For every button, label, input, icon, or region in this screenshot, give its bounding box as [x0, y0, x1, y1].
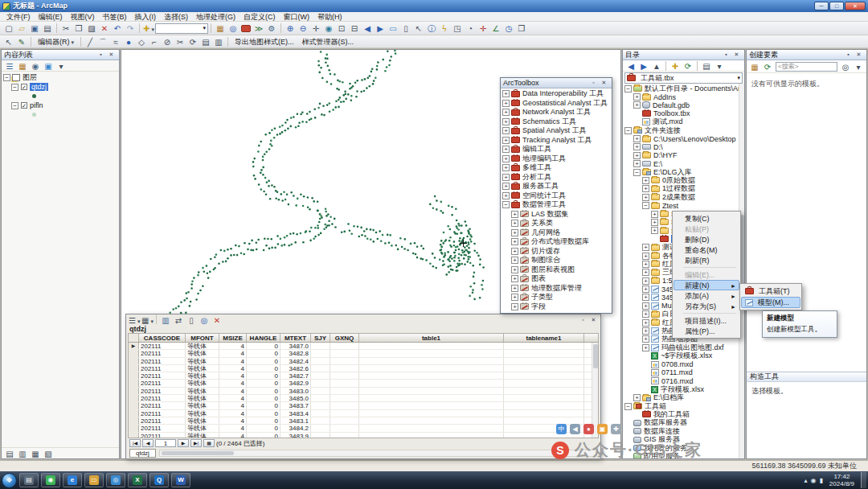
select-features-icon[interactable]: ▭ [387, 23, 399, 34]
network-icon[interactable]: ◉ [810, 477, 816, 484]
last-record-button[interactable]: ▶| [190, 439, 202, 447]
list-by-visibility-icon[interactable]: ◉ [29, 60, 42, 72]
expand-icon[interactable]: + [511, 257, 518, 264]
expand-icon[interactable]: + [642, 310, 649, 318]
row-selector[interactable] [129, 402, 139, 409]
organize-templates-icon[interactable]: ▦ [748, 61, 761, 72]
maximize-button[interactable]: □ [829, 2, 844, 10]
table-cell[interactable] [330, 358, 359, 364]
expand-icon[interactable]: + [642, 327, 649, 335]
table-cell[interactable]: 等线体 [186, 343, 219, 349]
add-data-icon[interactable]: ✚▾ [142, 23, 155, 34]
table-cell[interactable] [359, 365, 504, 372]
expand-icon[interactable]: + [642, 294, 649, 301]
column-header[interactable]: MSIZE [219, 334, 247, 342]
table-cell[interactable]: 等线体 [186, 372, 219, 379]
expand-icon[interactable]: + [633, 152, 641, 159]
table-cell[interactable]: 3482.7 [280, 372, 311, 379]
table-cell[interactable] [504, 358, 584, 364]
sketch-properties-icon[interactable]: ▥ [212, 36, 225, 47]
pin-icon[interactable]: ▪ [721, 51, 731, 59]
collapse-icon[interactable]: − [624, 403, 632, 410]
show-desktop-button[interactable] [861, 472, 866, 488]
table-cell[interactable] [311, 350, 330, 356]
table-cell[interactable]: 等线体 [186, 395, 219, 401]
table-row[interactable]: 202111等线体403483.9 [129, 433, 598, 438]
menu-item[interactable]: 选择(S) [160, 12, 192, 22]
edit-arrow-icon[interactable]: ↖ [2, 36, 15, 47]
expand-icon[interactable]: + [642, 244, 649, 251]
next-record-button[interactable]: ▶ [178, 439, 189, 447]
column-header[interactable]: SJY [311, 334, 330, 342]
table-cell[interactable] [504, 380, 584, 386]
tree-item[interactable]: +图层和表视图 [501, 265, 612, 275]
menu-item[interactable]: 添加(A)► [674, 290, 739, 301]
toc-options-icon[interactable]: ▾ [55, 60, 68, 72]
tree-item[interactable]: +几何网络 [501, 228, 612, 238]
expand-icon[interactable]: + [642, 194, 649, 201]
volume-icon[interactable]: ▮ [819, 477, 822, 484]
table-cell[interactable]: 0 [247, 425, 280, 431]
collapse-icon[interactable]: − [642, 202, 649, 209]
table-cell[interactable] [330, 402, 359, 409]
wechat-icon[interactable]: ◉ [41, 473, 60, 487]
menu-item[interactable]: 文件(F) [2, 12, 35, 22]
table-cell[interactable]: 202111 [139, 417, 186, 424]
search-icon[interactable]: ◎ [839, 61, 852, 72]
toggle-contents-icon[interactable]: ▤ [700, 60, 713, 72]
table-cell[interactable]: 等线体 [186, 425, 219, 431]
browser-icon[interactable]: ◎ [106, 473, 125, 487]
table-cell[interactable] [311, 433, 330, 438]
tree-item[interactable]: +Spatial Analyst 工具 [501, 126, 612, 136]
table-cell[interactable]: 3482.6 [280, 365, 311, 372]
modelbuilder-window-icon[interactable]: ⚙ [265, 23, 278, 34]
tree-item[interactable]: 0711.mxd [623, 368, 744, 376]
table-cell[interactable]: 等线体 [186, 388, 219, 394]
table-row[interactable]: 202111等线体403485.0 [129, 395, 598, 402]
table-cell[interactable] [359, 372, 504, 379]
collapse-icon[interactable]: − [633, 169, 641, 176]
expand-icon[interactable]: + [642, 253, 649, 260]
full-extent-icon[interactable]: ◉ [322, 23, 335, 34]
table-cell[interactable]: 202111 [139, 433, 186, 438]
tree-item[interactable]: +Data Interoperability 工具 [501, 89, 612, 99]
edit-sketch-icon[interactable]: ✎ [15, 36, 28, 47]
tree-item[interactable]: 数据库连接 [623, 427, 744, 435]
excel-icon[interactable]: X [128, 473, 147, 487]
switch-selection-icon[interactable]: ⇄ [172, 314, 185, 326]
tree-item[interactable]: 字段模板.xlsx [623, 385, 744, 393]
expand-icon[interactable]: + [511, 285, 518, 292]
style-manager-button[interactable]: 样式管理器(S)... [298, 36, 358, 47]
table-cell[interactable] [504, 388, 584, 394]
expand-icon[interactable]: + [633, 101, 641, 109]
table-tab-qtdzj[interactable]: qtdzj [129, 449, 156, 458]
collapse-icon[interactable]: − [624, 127, 632, 134]
column-header[interactable]: MFONT [186, 334, 219, 342]
tree-item[interactable]: +分布式地理数据库 [501, 237, 612, 247]
table-cell[interactable]: 等线体 [186, 433, 219, 438]
tree-item[interactable]: Toolbox.tbx [623, 109, 744, 117]
start-button[interactable]: ❖ [2, 473, 17, 488]
tree-item[interactable]: 0716.mxd [623, 377, 744, 385]
table-cell[interactable]: 等线体 [186, 410, 219, 417]
table-cell[interactable] [359, 343, 504, 349]
table-cell[interactable]: 4 [219, 343, 247, 349]
row-selector[interactable] [129, 410, 139, 417]
table-cell[interactable]: 4 [219, 425, 247, 431]
expand-icon[interactable]: + [502, 183, 510, 190]
tree-item[interactable]: +子类型 [501, 293, 612, 302]
table-cell[interactable]: 4 [219, 433, 247, 438]
tree-item[interactable]: +制图综合 [501, 256, 612, 265]
speaker-icon[interactable]: ◀ [570, 424, 580, 434]
clear-selection-icon[interactable]: ▯ [399, 23, 412, 34]
scrollbar-thumb[interactable] [593, 344, 598, 368]
tree-item[interactable]: +地理编码工具 [501, 154, 612, 164]
expand-icon[interactable]: + [642, 335, 649, 343]
table-row[interactable]: 202111等线体403483.1 [129, 417, 598, 425]
table-cell[interactable]: 4 [219, 358, 247, 364]
expand-icon[interactable]: + [502, 109, 510, 116]
tree-item[interactable]: +Network Analyst 工具 [501, 108, 612, 117]
arctoolbox-window-icon[interactable] [241, 25, 251, 32]
scrollbar-thumb[interactable] [162, 451, 234, 455]
select-by-attributes-icon[interactable]: ▥ [159, 314, 172, 326]
